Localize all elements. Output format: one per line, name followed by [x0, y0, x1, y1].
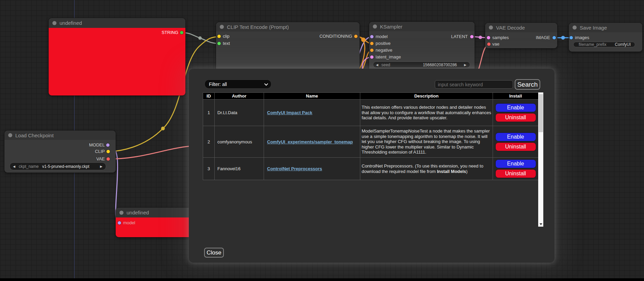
images-input-slot[interactable]	[569, 36, 573, 39]
widget-name: seed	[381, 63, 390, 67]
uninstall-button[interactable]: Uninstall	[496, 113, 536, 122]
node-collapse-dot[interactable]	[52, 21, 56, 25]
chevron-left-icon[interactable]: ◀	[376, 63, 378, 67]
model-input-slot[interactable]	[118, 221, 121, 225]
node-collapse-dot[interactable]	[573, 25, 577, 30]
node-collapse-dot[interactable]	[220, 25, 224, 29]
vae-input-slot[interactable]	[487, 42, 491, 46]
latent-image-input-slot[interactable]	[370, 55, 374, 59]
cell-name: ComfyUI Impact Pack	[264, 100, 360, 126]
enable-button[interactable]: Enable	[496, 104, 536, 112]
triangle-down-icon	[540, 223, 542, 225]
node-title-bar[interactable]: CLIP Text Encode (Prompt)	[216, 22, 360, 32]
cell-description: ModelSamplerTonemapNoiseTest a node that…	[360, 126, 493, 158]
model-input-slot[interactable]	[370, 35, 374, 38]
header-install: Install	[493, 93, 539, 100]
description-bold-text: Install Models	[437, 169, 466, 174]
cell-install: Enable Uninstall	[493, 126, 539, 158]
input-label: negative	[376, 48, 392, 53]
cell-author: Dr.Lt.Data	[215, 100, 264, 126]
output-label: CONDITIONING	[319, 34, 352, 39]
custom-nodes-manager-dialog: Filter: all Search ID Author Name Descri…	[189, 69, 555, 263]
header-description: Description	[360, 93, 493, 100]
output-label: IMAGE	[536, 35, 550, 40]
node-body-missing	[49, 28, 185, 95]
wire-midpoint-dot[interactable]	[361, 38, 366, 42]
input-label: model	[123, 220, 135, 226]
node-title-bar[interactable]: Save Image	[569, 23, 642, 32]
wire-midpoint-dot[interactable]	[479, 36, 482, 39]
chevron-right-icon[interactable]: ▶	[464, 63, 466, 67]
input-label: positive	[376, 41, 391, 46]
filter-select[interactable]: Filter: all	[204, 80, 271, 89]
cell-name: ControlNet Preprocessors	[264, 158, 360, 180]
node-undefined-top[interactable]: undefined STRING	[49, 18, 185, 95]
output-label: CLIP	[95, 149, 105, 154]
input-label: samples	[492, 35, 509, 40]
node-collapse-dot[interactable]	[8, 133, 12, 137]
node-title: undefined	[127, 210, 149, 215]
node-save-image[interactable]: Save Image images filename_prefix ComfyU…	[569, 23, 642, 52]
extension-link[interactable]: ComfyUI_experiments/sampler_tonemap	[267, 139, 353, 144]
enable-button[interactable]: Enable	[496, 160, 536, 168]
wire-midpoint-dot[interactable]	[198, 36, 202, 40]
image-output-slot[interactable]	[552, 36, 556, 39]
conditioning-output-slot[interactable]	[354, 35, 358, 38]
positive-input-slot[interactable]	[370, 42, 374, 45]
cell-author: Fannovel16	[215, 158, 264, 180]
node-title-bar[interactable]: KSampler	[369, 22, 475, 31]
node-title: KSampler	[380, 24, 402, 30]
node-title: CLIP Text Encode (Prompt)	[227, 24, 289, 30]
ckpt-name-widget[interactable]: ◀ ckpt_name v1-5-pruned-emaonly.ckpt ▶	[10, 162, 106, 170]
node-load-checkpoint[interactable]: Load Checkpoint MODEL CLIP VAE ◀ ckpt_na…	[4, 130, 116, 173]
uninstall-button[interactable]: Uninstall	[496, 170, 536, 178]
search-input[interactable]	[435, 80, 513, 89]
scrollbar-thumb[interactable]	[539, 94, 543, 132]
clip-input-slot[interactable]	[217, 35, 221, 38]
chevron-left-icon[interactable]: ◀	[13, 165, 15, 168]
table-row: 1 Dr.Lt.Data ComfyUI Impact Pack This ex…	[203, 100, 539, 126]
filename-prefix-widget[interactable]: filename_prefix ComfyUI	[573, 42, 635, 47]
node-title-bar[interactable]: undefined	[49, 18, 185, 28]
node-vae-decode[interactable]: VAE Decode samples vae IMAGE	[485, 23, 557, 48]
scroll-down-button[interactable]	[538, 222, 543, 227]
close-button[interactable]: Close	[204, 248, 224, 258]
table-scrollbar[interactable]	[538, 92, 543, 227]
widget-name: filename_prefix	[579, 42, 606, 47]
comfyui-canvas[interactable]: undefined STRING CLIP Text Encode (Promp…	[0, 0, 644, 281]
seed-widget[interactable]: ◀ seed 156680208700286 ▶	[373, 62, 470, 68]
cell-author: comfyanonymous	[215, 126, 264, 158]
negative-input-slot[interactable]	[370, 49, 374, 52]
node-title-bar[interactable]: VAE Decode	[485, 23, 557, 32]
model-output-slot[interactable]	[106, 143, 110, 147]
node-collapse-dot[interactable]	[119, 211, 123, 215]
node-title-bar[interactable]: Load Checkpoint	[4, 130, 116, 140]
node-collapse-dot[interactable]	[489, 25, 493, 30]
input-label: vae	[492, 41, 499, 47]
node-collapse-dot[interactable]	[373, 24, 377, 29]
wire-midpoint-dot[interactable]	[161, 127, 165, 130]
clip-output-slot[interactable]	[106, 150, 110, 153]
extension-link[interactable]: ControlNet Preprocessors	[267, 166, 322, 171]
wire-midpoint-dot[interactable]	[561, 36, 565, 40]
description-text: )	[466, 169, 467, 174]
table-row: 2 comfyanonymous ComfyUI_experiments/sam…	[203, 126, 539, 158]
search-button-label: Search	[517, 81, 538, 88]
chevron-right-icon[interactable]: ▶	[100, 165, 102, 168]
samples-input-slot[interactable]	[487, 36, 490, 39]
latent-output-slot[interactable]	[470, 35, 474, 38]
input-label: model	[376, 34, 387, 39]
output-label: LATENT	[451, 34, 468, 39]
uninstall-button[interactable]: Uninstall	[496, 143, 536, 151]
close-button-label: Close	[207, 249, 221, 256]
enable-button[interactable]: Enable	[496, 133, 536, 141]
table-row: 3 Fannovel16 ControlNet Preprocessors Co…	[203, 158, 539, 180]
string-output-slot[interactable]	[180, 31, 183, 34]
vae-output-slot[interactable]	[106, 157, 110, 161]
cell-id: 2	[203, 126, 215, 158]
extension-link[interactable]: ComfyUI Impact Pack	[267, 110, 312, 115]
node-title: VAE Decode	[496, 25, 525, 31]
search-button[interactable]: Search	[515, 79, 540, 90]
widget-value: 156680208700286	[423, 63, 457, 67]
text-input-slot[interactable]	[217, 42, 221, 45]
